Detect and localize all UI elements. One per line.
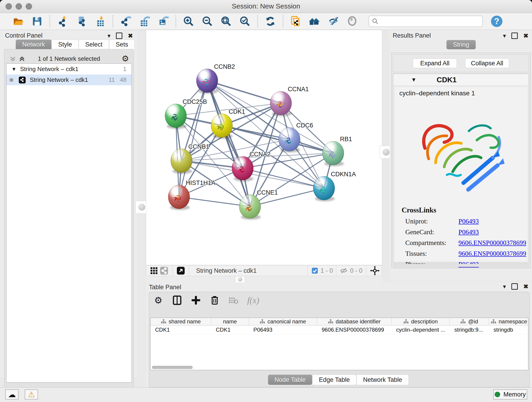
node-table[interactable]: shared namenamecanonical namedatabase id… [150,318,528,370]
tab-node-table[interactable]: Node Table [268,375,312,385]
panel-menu-icon[interactable]: ▾ [503,283,506,289]
search-input[interactable] [379,17,482,26]
delete-column-trash-icon[interactable] [210,295,220,305]
export-network-icon[interactable] [120,15,132,27]
add-column-icon[interactable] [191,295,201,305]
warnings-button[interactable]: ⚠ [25,389,38,400]
open-file-icon[interactable] [12,15,24,27]
network-node-ccnb1[interactable]: CCNB1 [171,143,209,174]
column-header--id[interactable]: @id [450,318,489,325]
crosslink-link[interactable]: P06493 [458,217,479,225]
toolbar-group [258,15,283,27]
crosslink-link[interactable]: P06493 [458,228,479,236]
expand-all-button[interactable]: Expand All [413,58,457,68]
fit-selected-crosshair-icon[interactable] [370,266,380,275]
network-canvas[interactable]: CCNB2CCNA1CDC25BCDK1CDC6RB1CCNB1CCNA2CDK… [146,30,382,265]
network-tree-row[interactable]: String Network – cdk11148 [6,75,132,85]
right-splitter[interactable] [382,30,389,281]
bottom-splitter[interactable] [146,276,382,282]
network-name: String Network – cdk1 [20,65,123,73]
panel-menu-icon[interactable]: ▾ [503,33,506,39]
panel-float-icon[interactable] [116,32,122,39]
show-hide-graphics-icon[interactable] [327,15,339,27]
table-hscrollbar[interactable] [151,365,528,370]
column-header-database-identifier[interactable]: database identifier [317,318,392,325]
panel-close-icon[interactable]: ✖ [523,33,528,39]
node-label: HIST1H1A [186,179,215,186]
table-row[interactable]: CDK1CDK1P064939606.ENSP00000378699cyclin… [151,325,528,334]
table-cell: CDK1 [211,325,249,334]
string-results-tab[interactable]: String [446,40,476,49]
network-graph[interactable]: CCNB2CCNA1CDC25BCDK1CDC6RB1CCNB1CCNA2CDK… [146,30,382,265]
memory-status-dot [495,392,500,397]
import-network-database-icon[interactable] [75,15,87,27]
network-node-hist1h1a[interactable]: HIST1H1A [168,179,215,210]
refresh-layout-icon[interactable] [264,15,276,27]
toolbar-groups [6,15,365,27]
memory-button[interactable]: Memory [493,389,527,400]
table-settings-gear-icon[interactable]: ⚙ [153,295,163,305]
crosslink-link[interactable]: 9606.ENSP00000378699 [458,250,526,257]
network-options-gear-icon[interactable]: ⚙ [122,54,129,64]
column-header-namespace[interactable]: namespace [489,318,528,325]
gene-card-header[interactable]: ▼ CDK1 [393,74,529,86]
birdseye-grid-icon[interactable] [149,266,159,276]
tab-network-table[interactable]: Network Table [356,375,409,385]
bottom-splitter-handle[interactable] [235,276,245,283]
column-header-name[interactable]: name [211,318,249,325]
zoom-fit-icon[interactable] [220,15,232,27]
tab-edge-table[interactable]: Edge Table [312,375,356,385]
import-table-file-icon[interactable] [94,15,106,27]
export-table-icon[interactable] [138,15,150,27]
tab-network[interactable]: Network [16,39,51,49]
string-home-icon[interactable] [309,15,321,27]
import-network-file-icon[interactable] [57,15,69,27]
table-toolbar: ⚙ f(x) [153,295,259,305]
panel-close-icon[interactable]: ✖ [128,33,133,39]
panel-float-icon[interactable] [511,32,518,39]
crosslink-label: Uniprot: [405,217,458,225]
inactive-eye-icon[interactable] [346,15,358,27]
table-panel: Table Panel ▾ ✖ ⚙ f(x) shared namenameca… [146,282,532,387]
results-scrollbar[interactable] [393,264,529,267]
panel-float-icon[interactable] [511,283,518,290]
collapse-all-button[interactable]: Collapse All [465,58,509,68]
panel-menu-icon[interactable]: ▾ [108,33,110,39]
network-node-cdk1[interactable]: CDK1 [211,108,245,139]
crosslink-link[interactable]: 9606.ENSP00000378699 [458,239,526,247]
gene-description: cyclin–dependent kinase 1 [399,89,475,97]
save-session-icon[interactable] [31,15,43,27]
panel-close-icon[interactable]: ✖ [523,283,528,289]
selected-nodes-checkbox-icon[interactable] [311,267,318,274]
node-label: CCNB1 [188,143,209,150]
open-in-window-icon[interactable] [176,266,186,276]
collapse-entry-icon[interactable]: ▼ [411,77,417,83]
network-edge[interactable] [222,126,333,153]
network-node-ccnb2[interactable]: CCNB2 [196,63,235,94]
crosslink-row: Compartments:9606.ENSP00000378699 [402,239,526,247]
table-hscrollbar-thumb[interactable] [152,366,193,369]
show-columns-icon[interactable] [172,295,182,305]
network-share-icon[interactable] [159,266,169,276]
zoom-out-icon[interactable] [201,15,213,27]
tab-select[interactable]: Select [79,39,109,49]
clone-network-icon[interactable] [290,15,302,27]
network-tree-row[interactable]: ▼String Network – cdk11 [6,64,132,75]
tree-expander-icon[interactable]: ▼ [12,66,17,72]
column-header-canonical-name[interactable]: canonical name [249,318,317,325]
column-header-shared-name[interactable]: shared name [151,318,211,325]
column-header-description[interactable]: description [392,318,450,325]
network-node-rb1[interactable]: RB1 [322,136,352,166]
zoom-selected-icon[interactable] [239,15,251,27]
tab-style[interactable]: Style [51,39,79,49]
export-image-icon[interactable] [157,15,169,27]
zoom-in-icon[interactable] [183,15,195,27]
gene-card-body: cyclin–dependent kinase 1 [394,87,528,262]
network-edge[interactable] [207,81,281,103]
left-splitter[interactable] [138,30,146,377]
network-node-cdc6[interactable]: CDC6 [279,122,313,153]
tab-sets[interactable]: Sets [109,39,135,49]
help-icon[interactable]: ? [491,16,502,27]
network-node-cdkn1a[interactable]: CDKN1A [313,171,356,201]
cloud-status-button[interactable]: ☁ [5,389,19,400]
